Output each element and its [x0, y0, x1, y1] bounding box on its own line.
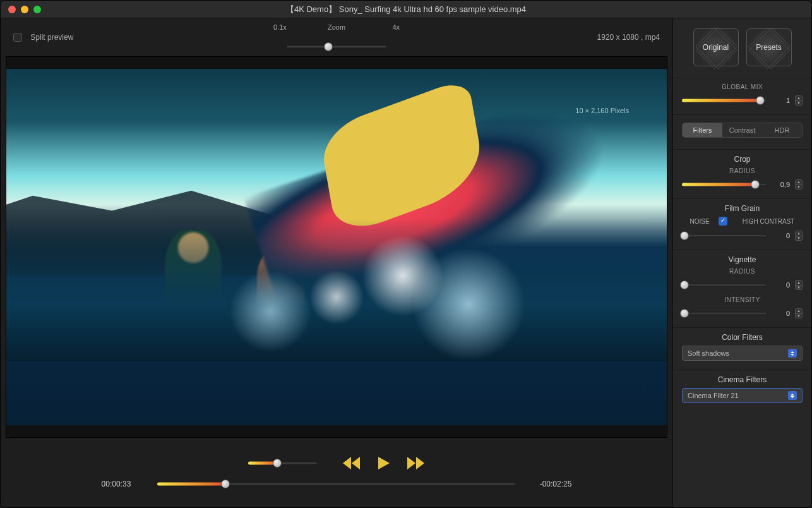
- zoom-control: 0.1x 4x Zoom: [273, 23, 400, 51]
- cinema-filters-title: Cinema Filters: [682, 375, 803, 384]
- tab-filters[interactable]: Filters: [683, 123, 722, 137]
- zoom-slider[interactable]: [286, 42, 387, 51]
- traffic-lights: [1, 6, 41, 13]
- vignette-radius-value: 0: [772, 281, 790, 289]
- split-preview-checkbox[interactable]: [13, 33, 22, 42]
- select-arrow-icon: [788, 349, 797, 358]
- color-filters-selected: Soft shadows: [688, 349, 729, 357]
- vignette-radius-label: RADIUS: [682, 268, 803, 275]
- split-preview-label: Split preview: [30, 33, 73, 42]
- cinema-filters-select[interactable]: Cinema Filter 21: [682, 388, 803, 403]
- select-arrow-icon: [788, 391, 797, 400]
- global-mix-stepper[interactable]: ▲▼: [795, 95, 803, 106]
- minimize-button[interactable]: [21, 6, 28, 13]
- player-controls: 00:00:33 -00:02:25: [1, 438, 672, 507]
- zoom-min-label: 0.1x: [273, 23, 287, 31]
- seek-slider[interactable]: [157, 480, 516, 488]
- vignette-intensity-slider[interactable]: [682, 309, 767, 318]
- maximize-button[interactable]: [33, 6, 41, 13]
- filmgrain-slider[interactable]: [682, 231, 767, 240]
- tab-contrast[interactable]: Contrast: [722, 123, 762, 137]
- vignette-radius-stepper[interactable]: ▲▼: [795, 280, 803, 290]
- vignette-intensity-stepper[interactable]: ▲▼: [795, 308, 803, 318]
- main-panel: Split preview 0.1x 4x Zoom 1920 x 1080 ,…: [1, 18, 672, 507]
- high-contrast-checkbox[interactable]: [719, 217, 727, 226]
- top-controls: Split preview 0.1x 4x Zoom 1920 x 1080 ,…: [1, 18, 672, 56]
- filmgrain-value: 0: [772, 232, 790, 239]
- color-filters-section: Color Filters Soft shadows: [673, 327, 811, 370]
- vignette-radius-slider[interactable]: [682, 281, 767, 289]
- titlebar: 【4K Demo】 Sony_ Surfing 4k Ultra hd 60 f…: [1, 1, 811, 18]
- mode-tabs-section: Filters Contrast HDR: [673, 114, 811, 149]
- crop-radius-label: RADIUS: [682, 167, 803, 174]
- cinema-filters-selected: Cinema Filter 21: [688, 392, 739, 399]
- rewind-icon[interactable]: [343, 457, 361, 469]
- high-contrast-label: HIGH CONTRAST: [743, 218, 795, 225]
- preview-area[interactable]: 10 × 2,160 Pixels: [6, 56, 667, 438]
- color-filters-title: Color Filters: [682, 333, 803, 342]
- vignette-section: Vignette RADIUS 0 ▲▼ INTENSITY 0 ▲▼: [673, 250, 811, 327]
- split-preview-toggle[interactable]: Split preview: [13, 33, 73, 42]
- noise-label: NOISE: [690, 218, 710, 225]
- play-icon[interactable]: [378, 457, 390, 469]
- tab-hdr[interactable]: HDR: [762, 123, 802, 137]
- presets-button[interactable]: Presets: [746, 28, 792, 66]
- global-mix-section: GLOBAL MIX 1 ▲▼: [673, 78, 811, 114]
- vignette-intensity-label: INTENSITY: [682, 296, 803, 303]
- mode-tabs: Filters Contrast HDR: [682, 123, 803, 138]
- crop-section: Crop RADIUS 0,9 ▲▼: [673, 149, 811, 198]
- close-button[interactable]: [8, 6, 16, 13]
- cinema-filters-section: Cinema Filters Cinema Filter 21: [673, 370, 811, 412]
- time-current: 00:00:33: [102, 480, 146, 488]
- fast-forward-icon[interactable]: [407, 457, 425, 469]
- global-mix-value: 1: [772, 97, 790, 104]
- original-button[interactable]: Original: [693, 28, 739, 66]
- vignette-title: Vignette: [682, 255, 803, 264]
- crop-radius-stepper[interactable]: ▲▼: [795, 179, 803, 190]
- zoom-title: Zoom: [328, 23, 345, 31]
- resolution-overlay: 10 × 2,160 Pixels: [575, 107, 629, 114]
- speed-slider[interactable]: [248, 459, 318, 468]
- global-mix-slider[interactable]: [682, 96, 767, 105]
- window-title: 【4K Demo】 Sony_ Surfing 4k Ultra hd 60 f…: [286, 4, 526, 15]
- zoom-max-label: 4x: [392, 23, 400, 31]
- video-info: 1920 x 1080 , mp4: [597, 33, 660, 42]
- crop-title: Crop: [682, 155, 803, 164]
- global-mix-title: GLOBAL MIX: [682, 83, 803, 90]
- crop-radius-value: 0,9: [772, 181, 790, 188]
- filmgrain-section: Film Grain NOISE HIGH CONTRAST 0 ▲▼: [673, 198, 811, 250]
- time-remaining: -00:02:25: [527, 480, 571, 488]
- filmgrain-stepper[interactable]: ▲▼: [795, 231, 803, 241]
- crop-radius-slider[interactable]: [682, 180, 767, 189]
- color-filters-select[interactable]: Soft shadows: [682, 346, 803, 361]
- vignette-intensity-value: 0: [772, 310, 790, 317]
- video-preview: 10 × 2,160 Pixels: [6, 69, 667, 426]
- side-panel: Original Presets GLOBAL MIX 1 ▲▼ Filters…: [672, 18, 811, 507]
- filmgrain-title: Film Grain: [682, 204, 803, 213]
